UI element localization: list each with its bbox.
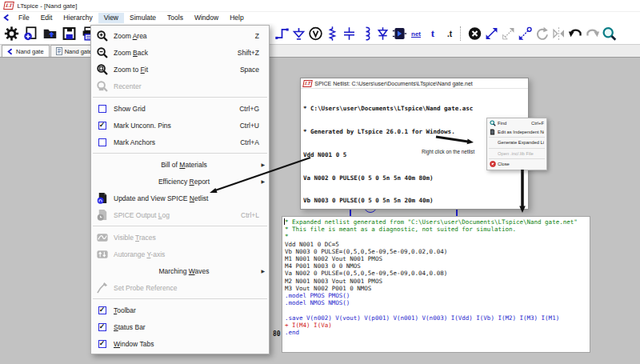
netlist-line: Vb N003 0 PULSE(0 5 0 5n 5n 20m 40m) xyxy=(303,197,526,205)
context-menu-item-close[interactable]: Close xyxy=(487,160,546,169)
context-menu-separator xyxy=(489,148,545,149)
netlist-line: Va N002 0 PULSE(0 5 0 5n 5n 40m 80m) xyxy=(303,174,526,182)
netlist-doc-icon xyxy=(56,47,62,55)
menu-item-mark-unconn-pins[interactable]: ✓ Mark Unconn. Pins Ctrl+U xyxy=(91,117,269,134)
menu-item-visible-traces[interactable]: Visible Traces xyxy=(91,229,269,246)
spice-netlist-icon xyxy=(95,191,109,205)
redo-icon[interactable] xyxy=(584,25,600,42)
ground-icon[interactable] xyxy=(290,25,306,42)
netlist-window-titlebar[interactable]: LT SPICE Netlist: C:\Users\user\Document… xyxy=(301,78,528,89)
expanded-netlist-line: Vb N003 0 PULSE=(0,5,0,5e-09,5e-09,0.02,… xyxy=(285,248,587,255)
menu-item-spice-output-log[interactable]: SPICE Output Log Ctrl+L xyxy=(91,206,269,223)
checkbox-checked-icon: ✓ xyxy=(98,340,106,348)
menu-edit[interactable]: Edit xyxy=(35,13,58,23)
menu-item-toolbar[interactable]: ✓ Toolbar xyxy=(91,302,269,318)
expanded-netlist-line: M1 N001 N002 Vout N001 PMOS xyxy=(285,255,587,262)
window-title: LTspice - [Nand gate] xyxy=(17,2,77,10)
menu-item-bill-of-materials[interactable]: Bill of Materials ▶ xyxy=(91,156,269,173)
tab-nand-gate-schematic[interactable]: Nand gate xyxy=(2,45,50,57)
context-menu-item-find[interactable]: Find Ctrl+F xyxy=(487,119,546,128)
open-file-icon[interactable] xyxy=(41,25,58,42)
expanded-netlist-line: .model PMOS PMOS() xyxy=(285,292,587,299)
menu-item-mark-anchors[interactable]: Mark Anchors Ctrl+A xyxy=(91,134,269,150)
menu-hierarchy[interactable]: Hierarchy xyxy=(58,13,98,23)
submenu-arrow-icon: ▶ xyxy=(259,162,266,167)
title-bar[interactable]: LT LTspice - [Nand gate] xyxy=(0,0,640,12)
toolbar-separator xyxy=(460,26,464,41)
search-icon[interactable] xyxy=(601,25,617,42)
menu-item-zoom-to-fit[interactable]: Zoom to Fit Space xyxy=(91,61,269,78)
submenu-arrow-icon: ▶ xyxy=(259,268,266,274)
move-icon[interactable] xyxy=(483,25,499,42)
expanded-netlist-line: Va N002 0 PULSE=(0,5,0,5e-09,5e-09,0.04,… xyxy=(285,270,587,277)
menu-item-status-bar[interactable]: ✓ Status Bar xyxy=(91,318,269,335)
netlist-window-title: SPICE Netlist: C:\Users\user\Documents\L… xyxy=(314,81,473,86)
menu-item-recenter[interactable]: Recenter xyxy=(91,78,269,94)
expanded-netlist-line: .save V(n002) V(vout) V(p001) V(n001) V(… xyxy=(285,314,587,322)
menu-item-autorange-y-axis[interactable]: Autorange Y-axis xyxy=(91,246,269,262)
context-menu-separator xyxy=(489,137,545,138)
menu-separator xyxy=(93,153,267,154)
menu-item-zoom-area[interactable]: Zoom Area Z xyxy=(91,27,269,44)
undo-icon[interactable] xyxy=(567,25,583,42)
ltspice-logo-icon: LT xyxy=(302,80,313,87)
wire-icon[interactable] xyxy=(274,25,290,42)
text-icon[interactable]: t xyxy=(425,25,441,42)
menu-tools[interactable]: Tools xyxy=(162,13,189,23)
menu-item-window-tabs[interactable]: ✓ Window Tabs xyxy=(91,335,269,352)
expanded-netlist-line: * This file is meant as a diagnostic, no… xyxy=(285,226,587,233)
autorange-y-axis-icon xyxy=(95,247,109,261)
net-label-icon[interactable]: net xyxy=(408,25,424,42)
context-menu-item-edit-as-independent-netlist[interactable]: Edit as Independent Netlist xyxy=(487,128,546,137)
menu-item-set-probe-reference[interactable]: Set Probe Reference xyxy=(91,279,269,296)
schematic-window-icon[interactable] xyxy=(0,14,13,22)
checkbox-checked-icon: ✓ xyxy=(98,306,106,314)
menu-item-update-and-view-spice-netlist[interactable]: Update and View SPICE Netlist xyxy=(91,190,269,206)
expanded-netlist-line: .end xyxy=(285,329,587,336)
view-menu-dropdown: Zoom Area Z Zoom Back Shift+Z Zoom to Fi… xyxy=(90,25,270,354)
mirror-icon[interactable] xyxy=(550,25,566,42)
checkbox-unchecked-icon xyxy=(98,138,106,146)
edit-netlist-icon xyxy=(489,129,496,135)
menu-item-zoom-back[interactable]: Zoom Back Shift+Z xyxy=(91,44,269,61)
capacitor-icon[interactable] xyxy=(341,25,357,42)
component-icon[interactable] xyxy=(391,25,407,42)
stretch-icon[interactable] xyxy=(517,25,533,42)
new-schematic-icon[interactable] xyxy=(22,25,39,42)
menu-file[interactable]: File xyxy=(13,13,35,23)
expanded-netlist-line: M2 N001 N003 Vout N001 PMOS xyxy=(285,278,587,285)
tab-label: Nand gate. xyxy=(65,48,94,55)
menu-view[interactable]: View xyxy=(98,13,124,23)
menu-simulate[interactable]: Simulate xyxy=(124,13,162,23)
expanded-netlist-panel[interactable]: * Expanded netlist generated from "C:\Us… xyxy=(282,216,590,353)
zoom-area-icon xyxy=(95,29,109,42)
tab-label: Nand gate xyxy=(16,48,44,55)
menu-item-efficiency-report[interactable]: Efficiency Report ▶ xyxy=(91,173,269,190)
menu-window[interactable]: Window xyxy=(189,13,224,23)
expanded-netlist-line: + I(M4) I(Va) xyxy=(285,322,587,329)
recenter-icon xyxy=(95,79,109,93)
diode-icon[interactable] xyxy=(374,25,390,42)
checkbox-checked-icon: ✓ xyxy=(98,323,106,331)
expanded-netlist-line: M3 Vout N002 P001 0 NMOS xyxy=(285,285,587,292)
inductor-icon[interactable] xyxy=(358,25,374,42)
submenu-arrow-icon: ▶ xyxy=(259,178,266,184)
save-icon[interactable] xyxy=(60,25,78,42)
menu-item-marching-waves[interactable]: Marching Waves ▶ xyxy=(91,262,269,279)
delete-icon[interactable] xyxy=(466,25,482,42)
close-icon xyxy=(489,161,496,167)
context-menu-item-generate-expanded-listing[interactable]: Generate Expanded Listing xyxy=(487,138,546,147)
menu-help[interactable]: Help xyxy=(224,13,249,23)
menu-item-show-grid[interactable]: Show Grid Ctrl+G xyxy=(91,100,269,117)
spice-directive-icon[interactable]: .t xyxy=(442,25,458,42)
control-panel-icon[interactable] xyxy=(2,25,20,42)
rotate-icon[interactable] xyxy=(534,25,550,42)
voltage-source-icon[interactable] xyxy=(307,25,323,42)
menu-bar: File Edit Hierarchy View Simulate Tools … xyxy=(0,12,640,23)
visible-traces-icon xyxy=(95,230,109,244)
resistor-icon[interactable] xyxy=(324,25,340,42)
schematic-text-fragment: 80 xyxy=(273,330,281,338)
drag-icon[interactable] xyxy=(500,25,516,42)
zoom-to-fit-icon xyxy=(95,62,109,76)
context-menu-item-open-inc-lib-file[interactable]: Open .inc/.lib File xyxy=(487,150,546,158)
